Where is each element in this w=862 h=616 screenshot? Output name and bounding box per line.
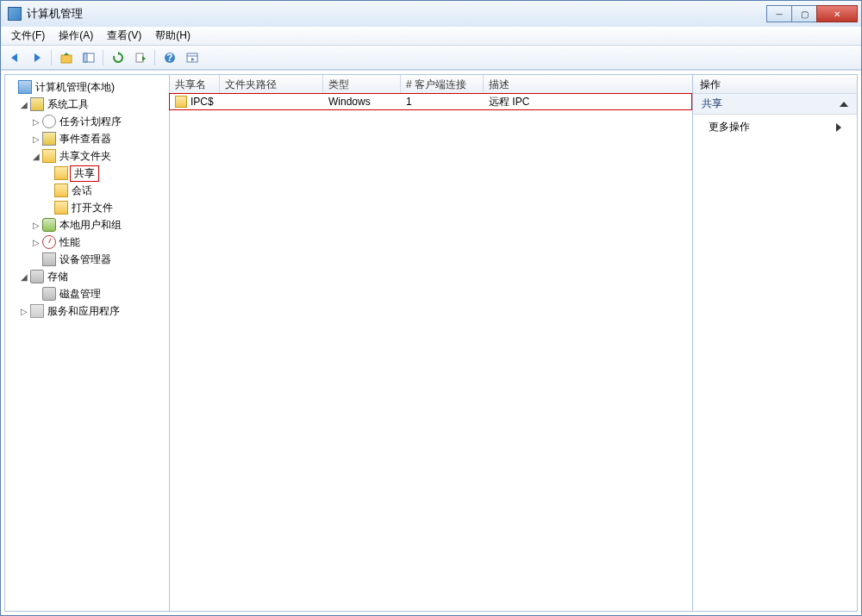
col-folder-path[interactable]: 文件夹路径 xyxy=(220,75,323,93)
minimize-button[interactable]: ─ xyxy=(766,5,792,22)
cell-folder-path xyxy=(220,100,323,103)
console-tree: 计算机管理(本地) ◢系统工具 ▷任务计划程序 ▷事件查看器 ◢共享文件夹 共享… xyxy=(5,75,169,323)
content-area: 计算机管理(本地) ◢系统工具 ▷任务计划程序 ▷事件查看器 ◢共享文件夹 共享… xyxy=(1,70,861,615)
col-share-name[interactable]: 共享名 xyxy=(170,75,220,93)
close-button[interactable]: ✕ xyxy=(816,5,858,22)
export-list-button[interactable] xyxy=(130,48,151,67)
tree-sessions[interactable]: 会话 xyxy=(43,182,167,199)
toolbar: ? xyxy=(1,46,861,70)
sessions-icon xyxy=(54,184,68,197)
collapse-icon[interactable]: ◢ xyxy=(19,272,29,282)
tools-icon xyxy=(30,97,44,111)
computer-management-window: 计算机管理 ─ ▢ ✕ 文件(F) 操作(A) 查看(V) 帮助(H) ? 计算… xyxy=(0,0,862,616)
disk-icon xyxy=(42,287,56,301)
list-header: 共享名 文件夹路径 类型 # 客户端连接 描述 xyxy=(170,75,692,94)
share-icon xyxy=(175,96,187,108)
svg-rect-5 xyxy=(84,53,87,62)
menu-view[interactable]: 查看(V) xyxy=(102,27,147,45)
properties-button[interactable] xyxy=(182,48,203,67)
cell-client-connections: 1 xyxy=(401,94,484,109)
tree-open-files[interactable]: 打开文件 xyxy=(43,199,167,216)
share-row-ipc[interactable]: IPC$ Windows 1 远程 IPC xyxy=(169,93,692,110)
toolbar-divider xyxy=(153,48,158,67)
tree-local-users[interactable]: ▷本地用户和组 xyxy=(31,216,167,233)
actions-title: 操作 xyxy=(693,75,857,94)
svg-marker-0 xyxy=(11,53,17,62)
refresh-button[interactable] xyxy=(108,48,128,67)
expand-icon[interactable]: ▷ xyxy=(31,117,41,127)
event-viewer-icon xyxy=(42,132,56,146)
tree-system-tools[interactable]: ◢系统工具 xyxy=(19,96,167,113)
tree-pane[interactable]: 计算机管理(本地) ◢系统工具 ▷任务计划程序 ▷事件查看器 ◢共享文件夹 共享… xyxy=(4,74,170,612)
tree-device-manager[interactable]: 设备管理器 xyxy=(31,251,167,268)
performance-icon xyxy=(42,235,56,249)
folder-icon xyxy=(42,149,56,163)
shares-icon xyxy=(54,166,68,180)
menu-bar: 文件(F) 操作(A) 查看(V) 帮助(H) xyxy=(1,27,861,46)
cell-type: Windows xyxy=(323,94,401,109)
clock-icon xyxy=(42,115,56,128)
tree-shares[interactable]: 共享 xyxy=(43,165,167,182)
show-hide-pane-button[interactable] xyxy=(78,48,99,67)
window-title: 计算机管理 xyxy=(27,6,767,22)
expand-icon[interactable]: ▷ xyxy=(19,307,29,316)
toolbar-divider xyxy=(101,48,106,67)
svg-text:?: ? xyxy=(166,52,172,64)
services-icon xyxy=(30,304,44,318)
toolbar-divider xyxy=(49,48,54,67)
col-type[interactable]: 类型 xyxy=(323,75,401,93)
window-controls: ─ ▢ ✕ xyxy=(767,5,858,22)
computer-icon xyxy=(18,80,32,94)
cell-share-name: IPC$ xyxy=(170,94,220,109)
tree-disk-management[interactable]: 磁盘管理 xyxy=(31,285,167,302)
col-client-connections[interactable]: # 客户端连接 xyxy=(401,75,484,93)
details-pane: 共享名 文件夹路径 类型 # 客户端连接 描述 IPC$ Windows 1 远… xyxy=(169,74,693,612)
help-button[interactable]: ? xyxy=(159,48,180,67)
tree-services-apps[interactable]: ▷服务和应用程序 xyxy=(19,302,167,320)
tree-event-viewer[interactable]: ▷事件查看器 xyxy=(31,130,167,147)
menu-help[interactable]: 帮助(H) xyxy=(150,27,196,45)
svg-marker-3 xyxy=(64,53,69,55)
expand-icon[interactable]: ▷ xyxy=(31,238,41,247)
cell-description: 远程 IPC xyxy=(484,93,691,111)
expand-icon[interactable]: ▷ xyxy=(31,221,41,230)
maximize-button[interactable]: ▢ xyxy=(791,5,817,22)
col-description[interactable]: 描述 xyxy=(484,75,692,93)
tree-storage[interactable]: ◢存储 xyxy=(19,268,167,285)
up-button[interactable] xyxy=(56,48,77,67)
tree-task-scheduler[interactable]: ▷任务计划程序 xyxy=(31,113,167,130)
more-actions[interactable]: 更多操作 xyxy=(693,115,857,140)
app-icon xyxy=(8,7,22,21)
svg-marker-8 xyxy=(142,56,146,61)
tree-shared-folders[interactable]: ◢共享文件夹 xyxy=(31,147,167,165)
open-files-icon xyxy=(54,201,68,215)
actions-pane: 操作 共享 更多操作 xyxy=(692,74,858,612)
svg-rect-2 xyxy=(61,55,72,63)
users-icon xyxy=(42,218,56,232)
expand-icon[interactable]: ▷ xyxy=(31,134,41,144)
menu-file[interactable]: 文件(F) xyxy=(6,27,50,45)
forward-button[interactable] xyxy=(27,48,47,67)
svg-marker-1 xyxy=(34,53,41,62)
title-bar[interactable]: 计算机管理 ─ ▢ ✕ xyxy=(1,1,861,27)
chevron-right-icon xyxy=(836,123,841,132)
menu-action[interactable]: 操作(A) xyxy=(53,27,98,45)
tree-root[interactable]: 计算机管理(本地) xyxy=(7,78,167,96)
tree-performance[interactable]: ▷性能 xyxy=(31,233,167,251)
svg-rect-7 xyxy=(136,53,143,62)
back-button[interactable] xyxy=(4,48,25,67)
collapse-icon[interactable]: ◢ xyxy=(31,152,41,161)
storage-icon xyxy=(30,270,44,283)
collapse-icon[interactable]: ◢ xyxy=(19,100,29,109)
collapse-icon xyxy=(840,102,848,107)
actions-section-share[interactable]: 共享 xyxy=(693,94,857,115)
device-manager-icon xyxy=(42,252,56,266)
